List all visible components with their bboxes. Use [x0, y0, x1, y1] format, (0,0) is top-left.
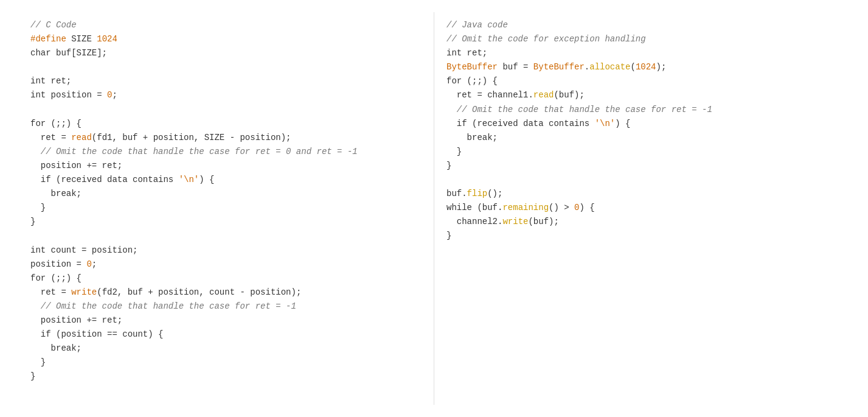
- j-line-while: while (buf.remaining() > 0) {: [446, 201, 838, 215]
- c-blank1: [30, 60, 422, 74]
- j-line-for1: for (;;) {: [446, 74, 838, 88]
- c-line-write: ret = write(fd2, buf + position, count -…: [30, 286, 422, 300]
- c-line-if1: if (received data contains '\n') {: [30, 173, 422, 187]
- c-line-closebrace2: }: [30, 215, 422, 229]
- c-line-omit2: // Omit the code that handle the case fo…: [30, 300, 422, 314]
- c-line-for2: for (;;) {: [30, 272, 422, 286]
- c-line-intret: int ret;: [30, 74, 422, 88]
- c-line-charbuf: char buf[SIZE];: [30, 46, 422, 60]
- c-line-intpos: int position = 0;: [30, 88, 422, 102]
- j-line-closebrace2: }: [446, 159, 838, 173]
- java-code-panel: // Java code // Omit the code for except…: [434, 12, 850, 405]
- c-line-posincr: position += ret;: [30, 159, 422, 173]
- c-line-for1: for (;;) {: [30, 117, 422, 131]
- c-blank3: [30, 229, 422, 243]
- j-blank1: [446, 173, 838, 187]
- j-line-comment2: // Omit the code for exception handling: [446, 32, 838, 46]
- j-line-write: channel2.write(buf);: [446, 215, 838, 229]
- j-line-bytebuffer: ByteBuffer buf = ByteBuffer.allocate(102…: [446, 60, 838, 74]
- c-line-comment1: // C Code: [30, 18, 422, 32]
- j-line-comment1: // Java code: [446, 18, 838, 32]
- c-line-intcount: int count = position;: [30, 244, 422, 258]
- c-code-panel: // C Code #define SIZE 1024 char buf[SIZ…: [18, 12, 434, 405]
- c-line-define: #define SIZE 1024: [30, 32, 422, 46]
- c-line-pos0: position = 0;: [30, 258, 422, 272]
- c-line-closebrace4: }: [30, 370, 422, 384]
- j-line-intret: int ret;: [446, 46, 838, 60]
- j-line-if1: if (received data contains '\n') {: [446, 117, 838, 131]
- c-blank2: [30, 103, 422, 117]
- c-line-break1: break;: [30, 187, 422, 201]
- c-line-omit1: // Omit the code that handle the case fo…: [30, 145, 422, 159]
- j-line-break1: break;: [446, 131, 838, 145]
- c-line-posincr2: position += ret;: [30, 314, 422, 328]
- j-line-read: ret = channel1.read(buf);: [446, 88, 838, 102]
- c-line-read: ret = read(fd1, buf + position, SIZE - p…: [30, 131, 422, 145]
- c-line-break2: break;: [30, 342, 422, 356]
- j-line-flip: buf.flip();: [446, 187, 838, 201]
- c-line-closebrace3: }: [30, 356, 422, 370]
- j-line-closebrace1: }: [446, 145, 838, 159]
- j-line-omit1: // Omit the code that handle the case fo…: [446, 103, 838, 117]
- c-line-if2: if (position == count) {: [30, 328, 422, 342]
- main-container: // C Code #define SIZE 1024 char buf[SIZ…: [0, 0, 868, 417]
- c-line-closebrace1: }: [30, 201, 422, 215]
- j-line-closebrace3: }: [446, 229, 838, 243]
